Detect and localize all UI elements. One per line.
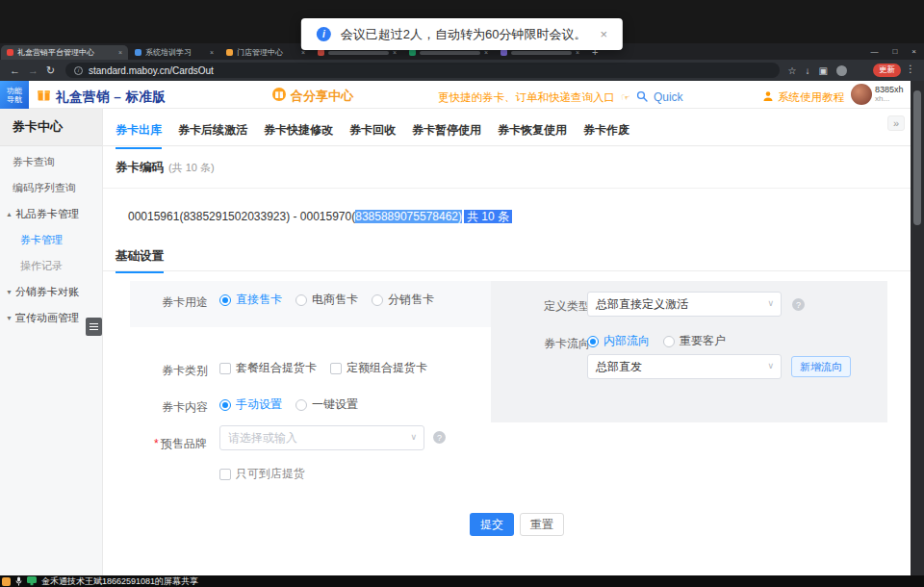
browser-update-button[interactable]: 更新: [873, 64, 901, 77]
browser-tab[interactable]: 门店管理中心 ×: [220, 45, 311, 60]
minimize-icon[interactable]: —: [870, 47, 878, 56]
window-controls: — □ ×: [870, 43, 916, 60]
brand-title: 礼盒营销 – 标准版: [56, 89, 167, 106]
checkbox-icon: [219, 469, 231, 480]
radio-distribution-sale[interactable]: 分销售卡: [372, 292, 434, 308]
bookmark-star-icon[interactable]: ☆: [788, 65, 797, 76]
sidebar-item-card-management[interactable]: 券卡管理: [0, 227, 102, 253]
tutorial-label: 系统使用教程: [778, 90, 844, 105]
sidebar-group-distribution-reconcile[interactable]: ▼ 分销券卡对账: [0, 279, 102, 305]
page-content: 券卡中心 券卡查询 编码序列查询 ▲ 礼品券卡管理 券卡管理 操作记录: [0, 109, 924, 575]
tab-close-icon[interactable]: ×: [301, 49, 305, 56]
profile-avatar-icon[interactable]: [836, 65, 847, 76]
tab-close-icon[interactable]: ×: [576, 49, 579, 56]
radio-direct-sale[interactable]: 直接售卡: [219, 292, 282, 308]
radio-icon: [587, 336, 599, 347]
content-label: 券卡内容: [162, 399, 208, 416]
brand-label: *预售品牌: [154, 436, 207, 452]
tab-close-icon[interactable]: ×: [484, 49, 488, 56]
define-type-help-icon[interactable]: ?: [792, 298, 805, 311]
sidebar-title: 券卡中心: [0, 109, 102, 146]
sidebar-item-label: 分销券卡对账: [15, 285, 79, 299]
radio-internal-flow[interactable]: 内部流向: [587, 333, 650, 349]
brand-help-icon[interactable]: ?: [433, 431, 446, 444]
search-icon[interactable]: [636, 89, 648, 106]
tab-title: 门店管理中心: [237, 47, 297, 58]
scrollbar-track: [911, 81, 924, 575]
define-type-label: 定义类型: [544, 298, 590, 315]
nav-label-line2: 导航: [7, 95, 22, 104]
sidebar-item-operation-log[interactable]: 操作记录: [0, 253, 102, 279]
sidebar-item-code-sequence-query[interactable]: 编码序列查询: [0, 175, 102, 201]
option-label: 重要客户: [680, 333, 726, 349]
checkbox-store-pickup-only[interactable]: 只可到店提货: [219, 466, 305, 482]
browser-tab-active[interactable]: 礼盒营销平台管理中心 ×: [1, 45, 128, 60]
radio-important-customer[interactable]: 重要客户: [663, 333, 726, 349]
collapse-panel-button[interactable]: »: [887, 115, 905, 131]
checkbox-fixed-combo-card[interactable]: 定额组合提货卡: [330, 360, 427, 376]
function-nav-button[interactable]: 功能 导航: [0, 81, 29, 109]
user-info: 8385xh xh...: [875, 85, 904, 104]
divider: [103, 188, 911, 189]
tab-close-icon[interactable]: ×: [393, 49, 397, 56]
radio-icon: [219, 399, 231, 411]
download-icon[interactable]: ↓: [806, 65, 810, 76]
share-status-text: 金禾通技术王斌18662591081的屏幕共享: [41, 575, 198, 587]
brand-select[interactable]: 请选择或输入 ∨: [219, 425, 424, 450]
checkbox-package-combo-card[interactable]: 套餐组合提货卡: [219, 360, 317, 376]
reset-button[interactable]: 重置: [520, 513, 564, 536]
checkbox-icon: [219, 363, 231, 374]
sidebar-collapse-toggle[interactable]: [86, 318, 102, 336]
tab-close-icon[interactable]: ×: [210, 49, 214, 56]
microphone-icon[interactable]: [15, 573, 22, 587]
card-code-range: 00015961(8385291502033923) - 00015970(83…: [128, 209, 512, 225]
codes-title: 券卡编码: [116, 160, 164, 176]
define-type-select[interactable]: 总部直接定义激活 ∨: [587, 292, 782, 317]
scrollbar-thumb[interactable]: [913, 90, 921, 225]
url-input[interactable]: i standard.maboy.cn/CardsOut: [65, 63, 780, 78]
browser-tab[interactable]: 系统培训学习 ×: [129, 45, 219, 60]
quick-search-area: 更快捷的券卡、订单和快递查询入口 ☞ Quick: [438, 89, 683, 106]
tab-title: 系统培训学习: [145, 47, 206, 58]
required-asterisk: *: [154, 437, 159, 450]
reload-icon[interactable]: ↻: [46, 64, 55, 77]
maximize-icon[interactable]: □: [892, 47, 897, 56]
extensions-icon[interactable]: ▣: [819, 65, 828, 76]
app-header: 功能 导航 礼盒营销 – 标准版 合分享中心 更快捷的券卡、订单和快递查询入口 …: [0, 81, 924, 109]
forward-icon[interactable]: →: [28, 64, 38, 77]
content-options: 手动设置 一键设置: [219, 396, 358, 413]
sidebar-group-gift-card-mgmt[interactable]: ▲ 礼品券卡管理: [0, 201, 102, 227]
browser-menu-icon[interactable]: ⋮: [906, 64, 915, 74]
back-icon[interactable]: ←: [10, 64, 20, 77]
share-center-link[interactable]: 合分享中心: [272, 88, 353, 105]
flow-select[interactable]: 总部直发 ∨: [587, 354, 782, 379]
radio-icon: [372, 294, 383, 306]
caret-up-icon: ▲: [6, 211, 13, 217]
basic-settings-header: 基础设置: [116, 246, 164, 273]
sidebar-item-card-query[interactable]: 券卡查询: [0, 149, 102, 175]
sidebar-item-label: 编码序列查询: [13, 181, 76, 195]
toast-close-icon[interactable]: ×: [601, 27, 608, 41]
screen: i 会议已超过2人，自动转为60分钟限时会议。 × 礼盒营销平台管理中心 × 系…: [0, 0, 924, 587]
caret-down-icon: ▼: [6, 289, 13, 295]
add-flow-button[interactable]: 新增流向: [791, 356, 851, 377]
define-type-value: 总部直接定义激活: [596, 296, 688, 313]
site-info-icon[interactable]: i: [74, 66, 83, 75]
tab-title: [511, 51, 572, 55]
quick-search-link[interactable]: Quick: [654, 90, 683, 104]
user-avatar[interactable]: [851, 84, 872, 105]
favicon: [7, 49, 13, 56]
tutorial-link[interactable]: 系统使用教程: [762, 89, 844, 106]
radio-ecommerce-sale[interactable]: 电商售卡: [295, 292, 358, 308]
window-close-icon[interactable]: ×: [911, 47, 916, 56]
username-sub: xh...: [875, 94, 904, 104]
tab-close-icon[interactable]: ×: [118, 49, 122, 56]
radio-one-click-setting[interactable]: 一键设置: [295, 396, 358, 413]
codes-count: (共 10 条): [168, 161, 215, 175]
main-panel: 券卡出库 券卡后续激活 券卡快捷修改 券卡回收 券卡暂停使用 券卡恢复使用 券卡…: [103, 109, 924, 575]
submit-button[interactable]: 提交: [470, 513, 514, 536]
brand-label-text: 预售品牌: [161, 437, 207, 450]
radio-manual-setting[interactable]: 手动设置: [219, 396, 282, 413]
quick-entry-link[interactable]: 更快捷的券卡、订单和快递查询入口: [438, 90, 615, 105]
meeting-toast: i 会议已超过2人，自动转为60分钟限时会议。 ×: [301, 18, 623, 50]
